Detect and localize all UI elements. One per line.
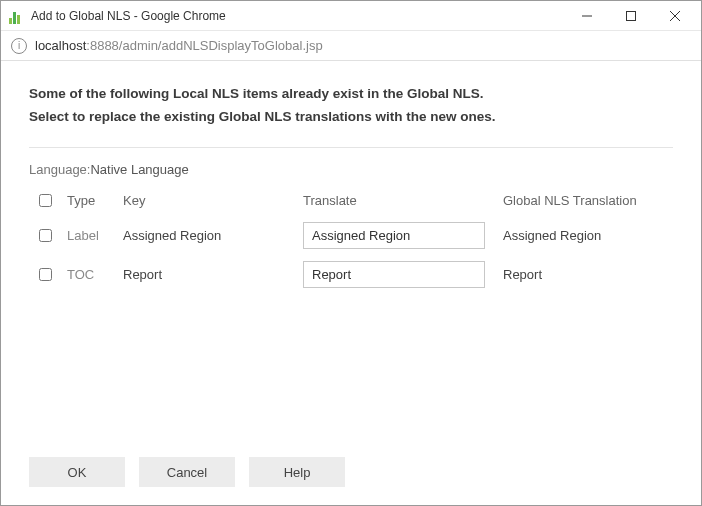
language-label: Language: <box>29 162 90 177</box>
intro-line-1: Some of the following Local NLS items al… <box>29 83 673 106</box>
url-host: localhost <box>35 38 86 53</box>
window-title: Add to Global NLS - Google Chrome <box>31 9 565 23</box>
cell-key: Assigned Region <box>117 216 297 255</box>
divider <box>29 147 673 148</box>
button-bar: OK Cancel Help <box>29 439 673 487</box>
cell-key: Report <box>117 255 297 294</box>
cell-type: Label <box>61 216 117 255</box>
page-content: Some of the following Local NLS items al… <box>1 61 701 505</box>
translate-input[interactable] <box>303 222 485 249</box>
translate-input[interactable] <box>303 261 485 288</box>
language-value: Native Language <box>90 162 188 177</box>
select-all-checkbox[interactable] <box>39 194 52 207</box>
maximize-button[interactable] <box>609 2 653 30</box>
header-type: Type <box>61 185 117 216</box>
window-titlebar: Add to Global NLS - Google Chrome <box>1 1 701 31</box>
table-row: TOC Report Report <box>29 255 673 294</box>
cell-type: TOC <box>61 255 117 294</box>
header-translate: Translate <box>297 185 497 216</box>
url-rest: :8888/admin/addNLSDisplayToGlobal.jsp <box>86 38 322 53</box>
ok-button[interactable]: OK <box>29 457 125 487</box>
help-button[interactable]: Help <box>249 457 345 487</box>
site-info-icon[interactable]: i <box>11 38 27 54</box>
row-checkbox[interactable] <box>39 268 52 281</box>
cell-global: Report <box>497 255 673 294</box>
header-global: Global NLS Translation <box>497 185 673 216</box>
nls-table: Type Key Translate Global NLS Translatio… <box>29 185 673 294</box>
app-icon <box>9 8 25 24</box>
row-checkbox[interactable] <box>39 229 52 242</box>
address-bar[interactable]: i localhost:8888/admin/addNLSDisplayToGl… <box>1 31 701 61</box>
cell-global: Assigned Region <box>497 216 673 255</box>
svg-rect-1 <box>627 11 636 20</box>
table-row: Label Assigned Region Assigned Region <box>29 216 673 255</box>
cancel-button[interactable]: Cancel <box>139 457 235 487</box>
header-key: Key <box>117 185 297 216</box>
minimize-button[interactable] <box>565 2 609 30</box>
language-row: Language:Native Language <box>29 162 673 177</box>
intro-line-2: Select to replace the existing Global NL… <box>29 106 673 129</box>
intro-text: Some of the following Local NLS items al… <box>29 83 673 129</box>
close-button[interactable] <box>653 2 697 30</box>
